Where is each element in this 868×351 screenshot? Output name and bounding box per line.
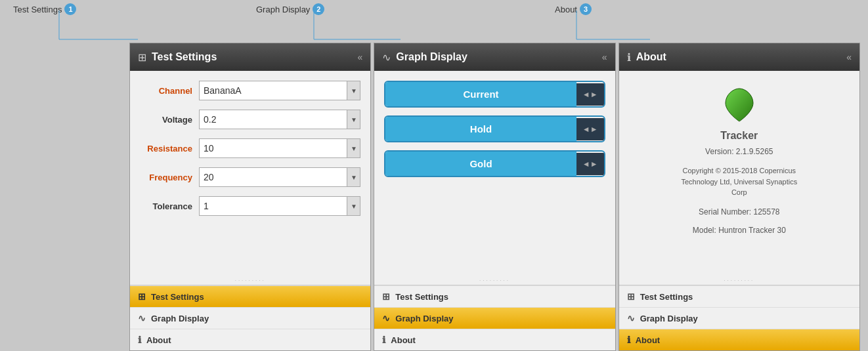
- nav-about-icon-3: ℹ: [627, 335, 630, 345]
- current-arrows[interactable]: ◄►: [576, 83, 604, 106]
- panels-container: ⊞ Test Settings « Channel ▼ Voltage ▼: [128, 43, 861, 351]
- gold-arrows[interactable]: ◄►: [576, 153, 604, 175]
- settings-icon: ⊞: [138, 51, 146, 64]
- channel-select[interactable]: ▼: [199, 81, 360, 100]
- tab-label-about: About 3: [555, 3, 592, 15]
- graph-display-header: ∿ Graph Display «: [374, 43, 615, 71]
- arrow-lines: [0, 0, 868, 46]
- tolerance-label: Tolerance: [140, 201, 199, 211]
- graph-display-divider: .........: [374, 274, 615, 285]
- nav-graph-display-1[interactable]: ∿ Graph Display: [130, 307, 370, 329]
- copyright-text: Copyright © 2015-2018 Copernicus Technol…: [674, 165, 805, 198]
- nav-settings-icon-3: ⊞: [627, 291, 635, 302]
- nav-graph-icon-3: ∿: [627, 313, 635, 323]
- graph-display-panel: ∿ Graph Display « Current ◄► Hold ◄►: [374, 43, 615, 351]
- gold-btn-wrapper: Gold ◄►: [384, 150, 605, 177]
- channel-label: Channel: [140, 86, 199, 96]
- frequency-row: Frequency ▼: [140, 167, 360, 187]
- current-btn-wrapper: Current ◄►: [384, 81, 605, 108]
- nav-test-settings-label-1: Test Settings: [151, 292, 204, 302]
- tab-badge-3: 3: [580, 3, 592, 15]
- frequency-label: Frequency: [140, 173, 199, 182]
- test-settings-collapse[interactable]: «: [358, 52, 363, 62]
- current-button[interactable]: Current ◄►: [384, 81, 605, 108]
- tolerance-input[interactable]: [200, 198, 347, 214]
- test-settings-title: Test Settings: [152, 51, 353, 63]
- graph-display-title: Graph Display: [396, 51, 597, 63]
- channel-arrow[interactable]: ▼: [347, 81, 360, 100]
- current-label: Current: [385, 82, 576, 106]
- about-nav: ⊞ Test Settings ∿ Graph Display ℹ About: [619, 285, 859, 350]
- resistance-arrow[interactable]: ▼: [347, 139, 360, 157]
- hold-arrows[interactable]: ◄►: [576, 118, 604, 140]
- nav-test-settings-label-2: Test Settings: [395, 292, 448, 302]
- nav-graph-display-3[interactable]: ∿ Graph Display: [619, 307, 859, 329]
- nav-about-label-3: About: [636, 335, 661, 345]
- graph-display-content: Current ◄► Hold ◄► Gold ◄►: [374, 71, 615, 274]
- tab-label-test-settings: Test Settings 1: [13, 3, 76, 15]
- nav-about-icon-2: ℹ: [382, 335, 385, 345]
- tab-label-text-1: Test Settings: [13, 5, 62, 14]
- nav-about-icon-1: ℹ: [138, 335, 141, 345]
- tolerance-arrow[interactable]: ▼: [347, 197, 360, 215]
- nav-settings-icon-1: ⊞: [138, 291, 146, 302]
- nav-test-settings-2[interactable]: ⊞ Test Settings: [374, 285, 615, 307]
- resistance-row: Resistance ▼: [140, 138, 360, 158]
- test-settings-nav: ⊞ Test Settings ∿ Graph Display ℹ About: [130, 285, 370, 350]
- test-settings-panel: ⊞ Test Settings « Channel ▼ Voltage ▼: [129, 43, 371, 351]
- voltage-input[interactable]: [200, 112, 347, 127]
- hold-button[interactable]: Hold ◄►: [384, 115, 605, 142]
- tab-label-text-3: About: [555, 5, 577, 14]
- nav-test-settings-1[interactable]: ⊞ Test Settings: [130, 285, 370, 307]
- nav-test-settings-label-3: Test Settings: [640, 292, 693, 302]
- version-text: Version: 2.1.9.5265: [705, 146, 773, 157]
- resistance-label: Resistance: [140, 144, 199, 154]
- about-header: ℹ About «: [619, 43, 859, 71]
- test-settings-divider: .........: [130, 274, 370, 285]
- gold-button[interactable]: Gold ◄►: [384, 150, 605, 177]
- hold-btn-wrapper: Hold ◄►: [384, 115, 605, 142]
- tab-badge-1: 1: [64, 3, 76, 15]
- about-divider: .........: [619, 274, 859, 285]
- about-collapse[interactable]: «: [846, 52, 852, 62]
- about-content: Tracker Version: 2.1.9.5265 Copyright © …: [619, 71, 859, 274]
- tab-badge-2: 2: [313, 3, 324, 15]
- nav-about-1[interactable]: ℹ About: [130, 329, 370, 350]
- nav-test-settings-3[interactable]: ⊞ Test Settings: [619, 285, 859, 307]
- serial-text: Serial Number: 125578: [699, 206, 779, 218]
- nav-about-2[interactable]: ℹ About: [374, 329, 615, 350]
- nav-graph-icon-2: ∿: [382, 313, 390, 323]
- tolerance-select[interactable]: ▼: [199, 196, 360, 216]
- channel-input[interactable]: [200, 83, 347, 98]
- graph-header-icon: ∿: [382, 51, 391, 64]
- voltage-label: Voltage: [140, 115, 199, 125]
- tolerance-row: Tolerance ▼: [140, 196, 360, 216]
- nav-about-3[interactable]: ℹ About: [619, 329, 859, 350]
- about-info: Tracker Version: 2.1.9.5265 Copyright © …: [629, 81, 850, 243]
- nav-settings-icon-2: ⊞: [382, 291, 390, 302]
- model-text: Model: Huntron Tracker 30: [693, 224, 786, 236]
- graph-display-collapse[interactable]: «: [602, 52, 607, 62]
- nav-graph-label-2: Graph Display: [395, 314, 453, 323]
- channel-row: Channel ▼: [140, 81, 360, 100]
- resistance-input[interactable]: [200, 140, 347, 156]
- frequency-select[interactable]: ▼: [199, 167, 360, 187]
- voltage-select[interactable]: ▼: [199, 110, 360, 129]
- graph-display-nav: ⊞ Test Settings ∿ Graph Display ℹ About: [374, 285, 615, 350]
- resistance-select[interactable]: ▼: [199, 138, 360, 158]
- about-title: About: [636, 51, 842, 63]
- frequency-input[interactable]: [200, 169, 347, 185]
- nav-graph-display-2[interactable]: ∿ Graph Display: [374, 307, 615, 329]
- frequency-arrow[interactable]: ▼: [347, 168, 360, 186]
- nav-graph-icon-1: ∿: [138, 313, 146, 323]
- voltage-row: Voltage ▼: [140, 110, 360, 129]
- tab-label-graph-display: Graph Display 2: [256, 3, 324, 15]
- test-settings-header: ⊞ Test Settings «: [130, 43, 370, 71]
- tab-label-text-2: Graph Display: [256, 5, 310, 14]
- app-name: Tracker: [720, 130, 758, 142]
- nav-graph-label-3: Graph Display: [640, 314, 698, 323]
- nav-about-label-1: About: [146, 335, 171, 345]
- hold-label: Hold: [385, 117, 576, 141]
- voltage-arrow[interactable]: ▼: [347, 110, 360, 129]
- nav-graph-label-1: Graph Display: [151, 314, 209, 323]
